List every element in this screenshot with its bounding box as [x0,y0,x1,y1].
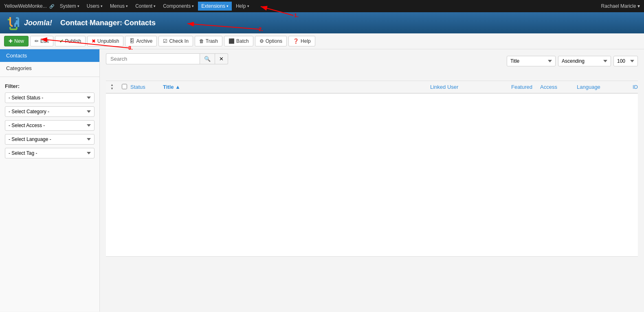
options-button-label: Options [266,38,282,44]
table-body [106,94,638,257]
chevron-down-icon: ▾ [77,4,79,8]
external-link-icon: 🔗 [49,4,54,9]
batch-button-label: Batch [236,38,249,44]
batch-icon: ⬛ [229,38,235,44]
top-navbar: YellowWebMonke... 🔗 System ▾ Users ▾ Men… [0,0,644,12]
access-filter[interactable]: - Select Access - Public Registered Spec… [5,120,95,131]
filter-section: Filter: - Select Status - Published Unpu… [0,79,99,166]
trash-icon: 🗑 [199,38,204,44]
top-nav-menu: System ▾ Users ▾ Menus ▾ Content ▾ Compo… [57,2,253,11]
archive-button[interactable]: 🗄 Archive [125,36,157,46]
toolbar: ✚ New ✏ Edit ✔ Publish ✖ Unpublish 🗄 Arc… [0,33,644,49]
categories-label: Categories [6,65,32,71]
language-filter[interactable]: - Select Language - English [5,134,95,145]
search-bar: 🔍 ✕ [106,53,228,64]
check-icon: ✔ [59,38,64,44]
menu-help[interactable]: Help ▾ [233,2,253,11]
edit-button[interactable]: ✏ Edit [30,36,53,46]
menu-users[interactable]: Users ▾ [84,2,106,11]
sort-controls: Title Name Status Featured Access Langua… [507,56,638,66]
status-filter[interactable]: - Select Status - Published Unpublished … [5,92,95,103]
category-filter[interactable]: - Select Category - [5,106,95,117]
user-menu[interactable]: Rachael Maricle ▾ [601,3,640,9]
batch-button[interactable]: ⬛ Batch [224,36,253,46]
sidebar: Contacts Categories Filter: - Select Sta… [0,49,100,312]
content-area: 🔍 ✕ Title Name Status Featured Access La… [100,49,644,312]
menu-menus[interactable]: Menus ▾ [107,2,131,11]
sort-arrows[interactable]: ▲ ▼ [106,83,118,90]
chevron-down-icon: ▾ [126,4,128,8]
trash-button-label: Trash [206,38,218,44]
chevron-down-icon: ▾ [101,4,103,8]
options-icon: ⚙ [259,38,264,44]
col-status-header[interactable]: Status [130,84,163,90]
col-access-header[interactable]: Access [540,84,577,90]
col-title-header[interactable]: Title ▲ [163,84,430,90]
joomla-logo: Joomla! [6,15,52,30]
username-label: Rachael Maricle [601,3,636,9]
checkin-button-label: Check In [169,38,188,44]
archive-button-label: Archive [136,38,152,44]
sort-field-select[interactable]: Title Name Status Featured Access Langua… [507,56,556,66]
chevron-down-icon: ▾ [226,4,229,8]
sidebar-item-contacts[interactable]: Contacts [0,49,99,62]
user-chevron-icon: ▾ [637,3,640,9]
help-button-label: Help [301,38,311,44]
new-button[interactable]: ✚ New [4,36,29,46]
chevron-down-icon: ▾ [192,4,194,8]
chevron-down-icon: ▾ [247,4,249,8]
header-bar: Joomla! Contact Manager: Contacts [0,12,644,33]
sort-arrows-col[interactable]: ▲ ▼ [106,83,118,90]
col-featured-header[interactable]: Featured [503,84,540,90]
search-clear-button[interactable]: ✕ [215,53,228,64]
clear-icon: ✕ [219,56,224,62]
search-button[interactable]: 🔍 [200,53,215,64]
contacts-label: Contacts [6,53,27,59]
menu-system[interactable]: System ▾ [57,2,83,11]
options-button[interactable]: ⚙ Options [255,36,287,46]
col-linked-user-header[interactable]: Linked User [430,84,503,90]
chevron-down-icon: ▾ [154,4,156,8]
select-all-col[interactable] [118,84,130,90]
sidebar-item-categories[interactable]: Categories [0,62,99,75]
menu-extensions[interactable]: Extensions ▾ [198,2,232,11]
help-button[interactable]: ❓ Help [288,36,315,46]
sort-down-icon: ▼ [106,87,118,90]
page-title: Contact Manager: Contacts [60,19,156,27]
top-nav-left: YellowWebMonke... 🔗 System ▾ Users ▾ Men… [4,2,253,11]
tag-filter[interactable]: - Select Tag - [5,148,95,158]
checkin-icon: ☑ [163,38,167,44]
per-page-select[interactable]: 5 10 20 50 100 All [613,56,638,66]
filter-label: Filter: [5,83,95,89]
publish-button[interactable]: ✔ Publish [55,36,86,46]
edit-icon: ✏ [35,38,39,44]
select-all-checkbox[interactable] [122,84,127,89]
publish-button-label: Publish [65,38,81,44]
unpublish-icon: ✖ [92,38,96,44]
help-icon: ❓ [293,38,299,44]
col-language-header[interactable]: Language [577,84,618,90]
menu-components[interactable]: Components ▾ [160,2,197,11]
unpublish-button[interactable]: ✖ Unpublish [87,36,123,46]
joomla-logo-icon [6,15,21,30]
trash-button[interactable]: 🗑 Trash [195,36,222,46]
search-input[interactable] [106,53,200,64]
new-button-label: New [14,38,24,44]
site-link[interactable]: YellowWebMonke... [4,3,47,9]
joomla-logo-text: Joomla! [24,19,52,27]
archive-icon: 🗄 [130,38,134,44]
menu-content[interactable]: Content ▾ [132,2,159,11]
sort-up-icon: ▲ [106,83,118,87]
sort-order-select[interactable]: Ascending Descending [558,56,611,66]
plus-icon: ✚ [9,38,13,44]
col-id-header[interactable]: ID [618,84,638,90]
contacts-table: ▲ ▼ Status Title ▲ Linked User [106,81,638,257]
unpublish-button-label: Unpublish [97,38,119,44]
search-icon: 🔍 [204,56,211,62]
checkin-button[interactable]: ☑ Check In [158,36,193,46]
edit-button-label: Edit [40,38,49,44]
main-content: Contacts Categories Filter: - Select Sta… [0,49,644,312]
table-header: ▲ ▼ Status Title ▲ Linked User [106,81,638,94]
